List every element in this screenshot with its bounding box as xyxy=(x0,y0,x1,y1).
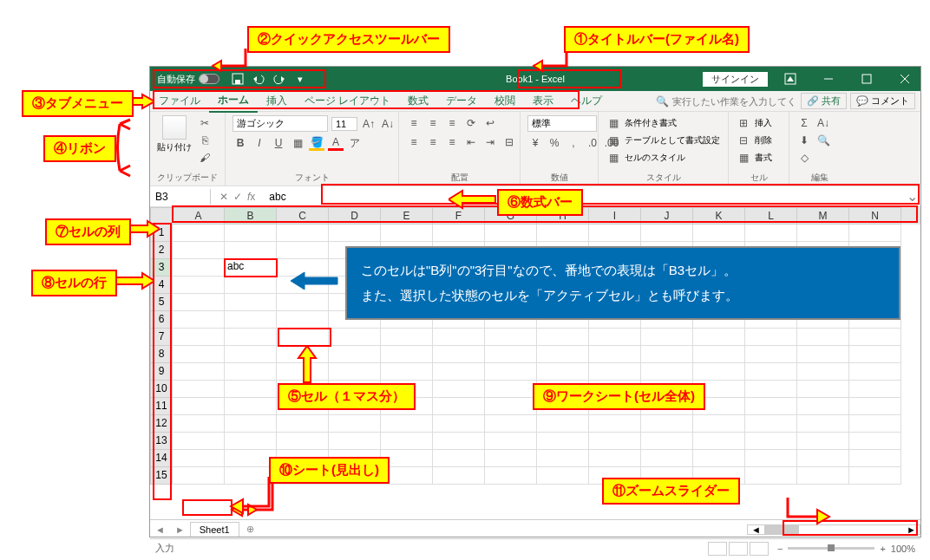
cell-G12[interactable] xyxy=(485,415,537,433)
comment-button[interactable]: 💬 コメント xyxy=(850,93,915,109)
cell-M12[interactable] xyxy=(797,415,849,433)
cell-H12[interactable] xyxy=(537,415,589,433)
formatpainter-icon[interactable]: 🖌 xyxy=(197,150,213,166)
cell-J13[interactable] xyxy=(641,433,693,450)
cut-icon[interactable]: ✂ xyxy=(197,115,213,131)
col-header-B[interactable]: B xyxy=(225,207,277,225)
cell-D12[interactable] xyxy=(329,415,381,433)
clear-icon[interactable]: ◇ xyxy=(796,150,812,166)
cell-F13[interactable] xyxy=(433,433,485,450)
insert-button[interactable]: ⊞挿入 xyxy=(736,115,772,131)
cell-I13[interactable] xyxy=(589,433,641,450)
cell-N1[interactable] xyxy=(849,225,901,242)
cell-M9[interactable] xyxy=(797,363,849,381)
fillcolor-icon[interactable]: 🪣 xyxy=(309,135,324,151)
col-header-M[interactable]: M xyxy=(797,207,849,225)
cell-N8[interactable] xyxy=(849,346,901,363)
cell-N9[interactable] xyxy=(849,363,901,381)
cell-A2[interactable] xyxy=(173,242,225,259)
cell-C2[interactable] xyxy=(277,242,329,259)
cell-B5[interactable] xyxy=(225,294,277,311)
cell-G14[interactable] xyxy=(485,450,537,467)
cell-M1[interactable] xyxy=(797,225,849,242)
cell-A12[interactable] xyxy=(173,415,225,433)
cell-H14[interactable] xyxy=(537,450,589,467)
col-header-K[interactable]: K xyxy=(693,207,745,225)
col-header-F[interactable]: F xyxy=(433,207,485,225)
bold-icon[interactable]: B xyxy=(232,135,248,151)
percent-icon[interactable]: % xyxy=(547,135,562,151)
underline-icon[interactable]: U xyxy=(271,135,286,151)
cell-I8[interactable] xyxy=(589,346,641,363)
cell-B6[interactable] xyxy=(225,311,277,329)
cell-F1[interactable] xyxy=(433,225,485,242)
cell-L11[interactable] xyxy=(745,398,797,415)
cell-H7[interactable] xyxy=(537,329,589,346)
cell-G15[interactable] xyxy=(485,467,537,485)
zoom-out-icon[interactable]: − xyxy=(777,544,783,554)
aligntop-icon[interactable]: ≡ xyxy=(406,115,422,131)
cell-A10[interactable] xyxy=(173,381,225,398)
row-header-2[interactable]: 2 xyxy=(150,242,173,259)
fill-icon[interactable]: ⬇ xyxy=(796,133,812,148)
cell-E12[interactable] xyxy=(381,415,433,433)
cell-E1[interactable] xyxy=(381,225,433,242)
normal-view-icon[interactable] xyxy=(708,542,727,556)
cell-N11[interactable] xyxy=(849,398,901,415)
cell-K1[interactable] xyxy=(693,225,745,242)
cell-B1[interactable] xyxy=(225,225,277,242)
cell-M10[interactable] xyxy=(797,381,849,398)
row-header-6[interactable]: 6 xyxy=(150,311,173,329)
tellme-box[interactable]: 🔍 xyxy=(656,95,794,107)
cell-G1[interactable] xyxy=(485,225,537,242)
cell-E8[interactable] xyxy=(381,346,433,363)
autosum-icon[interactable]: Σ xyxy=(796,115,812,131)
font-name-select[interactable]: 游ゴシック xyxy=(232,115,328,132)
cell-C1[interactable] xyxy=(277,225,329,242)
cell-B7[interactable] xyxy=(225,329,277,346)
cell-E7[interactable] xyxy=(381,329,433,346)
cell-C12[interactable] xyxy=(277,415,329,433)
tab-data[interactable]: データ xyxy=(437,90,486,112)
cell-I7[interactable] xyxy=(589,329,641,346)
cell-B13[interactable] xyxy=(225,433,277,450)
cell-H13[interactable] xyxy=(537,433,589,450)
tab-home[interactable]: ホーム xyxy=(209,89,258,113)
cell-A8[interactable] xyxy=(173,346,225,363)
cell-A7[interactable] xyxy=(173,329,225,346)
cell-J7[interactable] xyxy=(641,329,693,346)
cell-N14[interactable] xyxy=(849,450,901,467)
row-header-7[interactable]: 7 xyxy=(150,329,173,346)
sheet-nav-prev-icon[interactable]: ◄ xyxy=(150,524,170,535)
fontdec-icon[interactable]: A↓ xyxy=(380,116,396,132)
sort-icon[interactable]: A↓ xyxy=(815,115,831,131)
find-icon[interactable]: 🔍 xyxy=(815,133,831,148)
number-format-select[interactable]: 標準 xyxy=(527,115,597,132)
qat-dropdown-icon[interactable]: ▾ xyxy=(294,73,306,85)
cell-B10[interactable] xyxy=(225,381,277,398)
cell-A1[interactable] xyxy=(173,225,225,242)
delete-button[interactable]: ⊟削除 xyxy=(736,133,772,148)
cell-L12[interactable] xyxy=(745,415,797,433)
cell-D7[interactable] xyxy=(329,329,381,346)
tab-formulas[interactable]: 数式 xyxy=(399,90,437,112)
cell-L10[interactable] xyxy=(745,381,797,398)
cell-C5[interactable] xyxy=(277,294,329,311)
cell-K8[interactable] xyxy=(693,346,745,363)
row-header-11[interactable]: 11 xyxy=(150,398,173,415)
cell-K13[interactable] xyxy=(693,433,745,450)
cell-L13[interactable] xyxy=(745,433,797,450)
cell-G9[interactable] xyxy=(485,363,537,381)
cell-B8[interactable] xyxy=(225,346,277,363)
cell-G10[interactable] xyxy=(485,381,537,398)
cond-format-button[interactable]: ▦条件付き書式 xyxy=(606,115,677,131)
cell-A11[interactable] xyxy=(173,398,225,415)
cell-M15[interactable] xyxy=(797,467,849,485)
alignright-icon[interactable]: ≡ xyxy=(444,134,460,150)
cell-H9[interactable] xyxy=(537,363,589,381)
cell-M14[interactable] xyxy=(797,450,849,467)
cell-K12[interactable] xyxy=(693,415,745,433)
cell-C6[interactable] xyxy=(277,311,329,329)
cell-L9[interactable] xyxy=(745,363,797,381)
col-header-J[interactable]: J xyxy=(641,207,693,225)
